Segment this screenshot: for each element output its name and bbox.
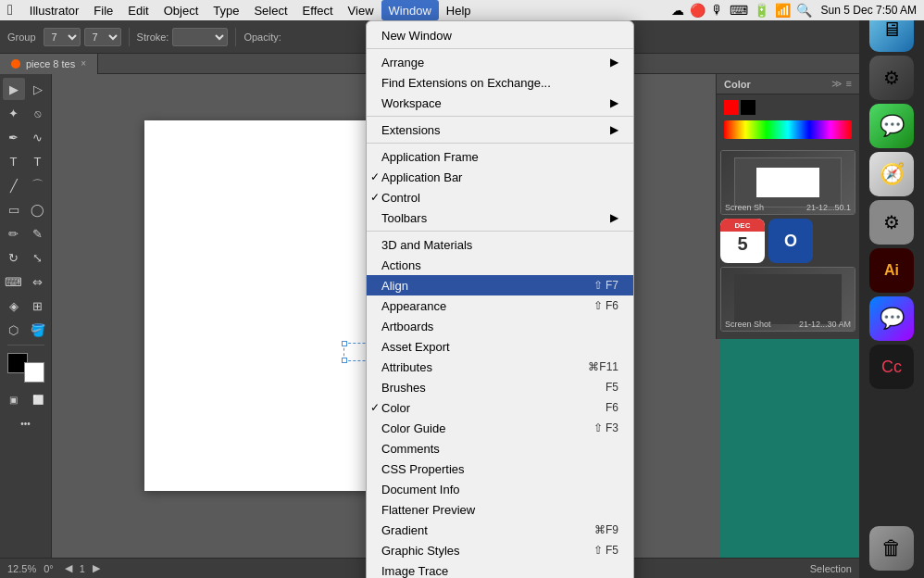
menu-workspace[interactable]: Workspace ▶ <box>367 93 633 113</box>
fill-indicator[interactable]: ▣ <box>3 388 25 410</box>
menu-actions[interactable]: Actions <box>367 255 633 275</box>
menu-flattener-preview[interactable]: Flattener Preview <box>367 499 633 520</box>
shape-builder[interactable]: ⬡ <box>3 319 25 341</box>
menubar-effect[interactable]: Effect <box>295 0 341 20</box>
menu-app-frame[interactable]: Application Frame <box>367 146 633 167</box>
arc-tool[interactable]: ⌒ <box>27 174 49 196</box>
touch-type-tool[interactable]: T <box>27 150 49 172</box>
menu-gradient-label: Gradient <box>381 523 428 537</box>
menu-brushes[interactable]: Brushes F5 <box>367 377 633 397</box>
arrange-arrow: ▶ <box>610 56 618 69</box>
menu-align-label: Align <box>381 279 408 293</box>
live-paint[interactable]: 🪣 <box>27 319 49 341</box>
menu-toolbars[interactable]: Toolbars ▶ <box>367 207 633 228</box>
apple-menu[interactable]:  <box>7 2 13 19</box>
toolbar-sep1 <box>129 28 130 46</box>
menu-gradient[interactable]: Gradient ⌘F9 <box>367 520 633 540</box>
menubar-file[interactable]: File <box>86 0 120 20</box>
menu-color[interactable]: Color F6 <box>367 397 633 418</box>
type-tool[interactable]: T <box>3 150 25 172</box>
menubar-object[interactable]: Object <box>156 0 206 20</box>
menu-align[interactable]: Align ⇧ F7 <box>367 275 633 295</box>
paintbrush-tool[interactable]: ✏ <box>3 222 25 245</box>
menu-color-guide[interactable]: Color Guide ⇧ F3 <box>367 418 633 438</box>
menu-document-info-label: Document Info <box>381 483 460 496</box>
menubar-edit[interactable]: Edit <box>120 0 156 20</box>
transform-w-select[interactable]: 7 <box>44 28 81 46</box>
gradient-tool[interactable]: ◈ <box>3 295 25 317</box>
menu-extensions-label: Extensions <box>381 123 441 137</box>
scale-tool[interactable]: ⤡ <box>27 246 49 269</box>
menu-appearance[interactable]: Appearance ⇧ F6 <box>367 295 633 316</box>
background-color[interactable] <box>24 362 44 383</box>
direct-selection-tool[interactable]: ▷ <box>27 78 49 100</box>
menu-graphic-styles[interactable]: Graphic Styles ⇧ F5 <box>367 540 633 560</box>
menubar-search-icon[interactable]: 🔍 <box>796 3 812 18</box>
menu-control[interactable]: Control <box>367 187 633 207</box>
screenshot-thumb-1[interactable]: Screen Sh 21-12...50.1 <box>720 150 855 215</box>
menu-3d-materials[interactable]: 3D and Materials <box>367 234 633 255</box>
width-tool[interactable]: ⇔ <box>27 270 49 293</box>
pen-tool[interactable]: ✒ <box>3 126 25 148</box>
menu-asset-export[interactable]: Asset Export <box>367 336 633 357</box>
red-swatch[interactable] <box>724 100 739 115</box>
magic-wand-tool[interactable]: ✦ <box>3 102 25 124</box>
menu-comments[interactable]: Comments <box>367 438 633 459</box>
ellipse-tool[interactable]: ◯ <box>27 198 49 220</box>
menubar-app-name[interactable]: Illustrator <box>22 0 86 20</box>
menubar-select[interactable]: Select <box>246 0 294 20</box>
dock-safari[interactable]: 🧭 <box>869 152 914 196</box>
stroke-select[interactable] <box>172 28 228 46</box>
menubar-type[interactable]: Type <box>206 0 246 20</box>
window-dropdown-menu: New Window Arrange ▶ Find Extensions on … <box>366 20 634 578</box>
outlook-icon[interactable]: O <box>768 219 813 263</box>
curvature-tool[interactable]: ∿ <box>27 126 49 148</box>
doc-tab-close[interactable]: × <box>81 58 86 69</box>
rect-tool[interactable]: ▭ <box>3 198 25 220</box>
menu-attributes[interactable]: Attributes ⌘F11 <box>367 357 633 377</box>
pencil-tool[interactable]: ✎ <box>27 222 49 245</box>
handle-bl[interactable] <box>342 358 347 363</box>
dock-illustrator[interactable]: Ai <box>869 248 914 293</box>
menu-arrange[interactable]: Arrange ▶ <box>367 52 633 72</box>
dock-launchpad[interactable]: ⚙ <box>869 56 914 100</box>
dock-messenger[interactable]: 💬 <box>869 296 914 341</box>
menu-app-bar[interactable]: Application Bar <box>367 167 633 187</box>
panel-menu-icon[interactable]: ≡ <box>846 78 852 90</box>
dock-system-prefs[interactable]: ⚙ <box>869 200 914 245</box>
line-tool[interactable]: ╱ <box>3 174 25 196</box>
selection-tool[interactable]: ▶ <box>3 78 25 100</box>
menubar-window[interactable]: Window <box>381 0 439 20</box>
transform-h-select[interactable]: 7 <box>84 28 121 46</box>
mesh-tool[interactable]: ⊞ <box>27 295 49 317</box>
menubar-view[interactable]: View <box>341 0 381 20</box>
doc-tab[interactable]: piece 8 tes × <box>0 54 98 74</box>
black-swatch[interactable] <box>741 100 755 115</box>
handle-tl[interactable] <box>342 341 347 346</box>
stroke-indicator[interactable]: ⬜ <box>27 388 49 410</box>
menu-new-window[interactable]: New Window <box>367 25 633 45</box>
warp-tool[interactable]: ⌨ <box>3 270 25 293</box>
panel-expand-icon[interactable]: ≫ <box>831 78 843 90</box>
color-box[interactable] <box>7 353 44 383</box>
calendar-month: DEC <box>735 221 751 230</box>
menubar-help[interactable]: Help <box>439 0 479 20</box>
dock-messages[interactable]: 💬 <box>869 104 914 148</box>
color-gradient-bar[interactable] <box>724 120 852 139</box>
nav-next[interactable]: ▶ <box>93 562 100 574</box>
more-tools[interactable]: ••• <box>15 412 37 434</box>
lasso-tool[interactable]: ⍉ <box>27 102 49 124</box>
dock-trash[interactable]: 🗑 <box>869 526 914 571</box>
menu-extensions[interactable]: Extensions ▶ <box>367 119 633 140</box>
menu-image-trace[interactable]: Image Trace <box>367 560 633 578</box>
screenshot-thumb-2[interactable]: Screen Shot 21-12...30 AM <box>720 267 855 332</box>
menu-new-window-label: New Window <box>381 29 452 43</box>
calendar-icon[interactable]: DEC 5 <box>720 219 765 263</box>
dock-creative-cloud[interactable]: Cc <box>869 345 914 389</box>
rotate-tool[interactable]: ↻ <box>3 246 25 269</box>
menu-document-info[interactable]: Document Info <box>367 479 633 499</box>
menu-find-extensions[interactable]: Find Extensions on Exchange... <box>367 72 633 93</box>
nav-prev[interactable]: ◀ <box>65 562 72 574</box>
menu-artboards[interactable]: Artboards <box>367 316 633 336</box>
menu-css-properties[interactable]: CSS Properties <box>367 459 633 479</box>
